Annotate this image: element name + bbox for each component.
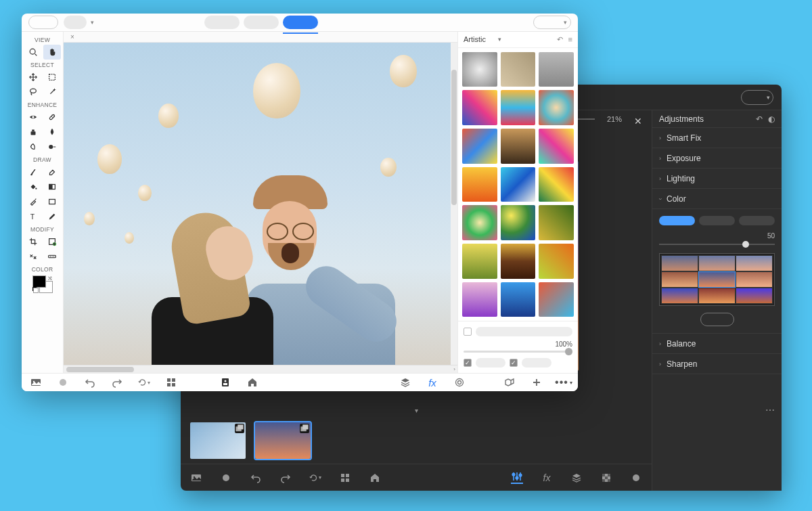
- organizer-icon[interactable]: [165, 376, 177, 388]
- layers-icon[interactable]: [399, 376, 411, 388]
- adj-tab[interactable]: [659, 216, 695, 225]
- text-tool[interactable]: T: [24, 209, 42, 224]
- eyedropper-tool[interactable]: [24, 194, 42, 209]
- clone-tool[interactable]: [24, 125, 42, 139]
- header-pill[interactable]: [64, 16, 87, 29]
- rotate-icon[interactable]: ▾: [138, 376, 150, 388]
- preset-cell[interactable]: [698, 288, 736, 304]
- effect-thumb[interactable]: [462, 129, 497, 164]
- photo-bin-icon[interactable]: [190, 472, 202, 484]
- gradient-tool[interactable]: [43, 179, 61, 194]
- vertical-scrollbar[interactable]: [451, 43, 457, 365]
- redo-icon[interactable]: [111, 376, 123, 388]
- pencil-tool[interactable]: [43, 209, 61, 224]
- transparency-icon[interactable]: [600, 472, 612, 484]
- record-icon[interactable]: [220, 472, 232, 484]
- adjustments-icon[interactable]: [511, 472, 523, 484]
- effect-thumb[interactable]: [462, 167, 497, 202]
- content-aware-tool[interactable]: [24, 249, 42, 264]
- effect-thumb[interactable]: [539, 90, 574, 125]
- eraser-tool[interactable]: [43, 164, 61, 179]
- hand-tool[interactable]: [43, 45, 61, 60]
- mode-tab-active[interactable]: [283, 16, 318, 29]
- opacity-slider[interactable]: [464, 351, 572, 353]
- preset-cell[interactable]: [736, 271, 773, 288]
- preset-cell[interactable]: [736, 255, 773, 271]
- effect-thumb[interactable]: [501, 167, 536, 202]
- fx-icon[interactable]: fx: [541, 472, 553, 484]
- organizer-icon[interactable]: [339, 472, 351, 484]
- effect-thumb[interactable]: [539, 52, 574, 87]
- dodge-tool[interactable]: [43, 139, 61, 154]
- effect-thumb[interactable]: [501, 129, 536, 164]
- share-icon[interactable]: [503, 376, 516, 388]
- more-icon[interactable]: •••▾: [558, 376, 570, 388]
- magic-wand-tool[interactable]: [43, 85, 61, 99]
- blur-tool[interactable]: [43, 125, 61, 139]
- straighten-tool[interactable]: [43, 249, 61, 264]
- effect-thumb[interactable]: [462, 244, 497, 279]
- preset-cell[interactable]: [698, 271, 736, 288]
- move-tool[interactable]: [24, 70, 42, 85]
- recompose-tool[interactable]: +: [43, 234, 61, 249]
- checkbox[interactable]: [464, 359, 472, 367]
- reset-icon[interactable]: ↶: [557, 35, 563, 44]
- preset-cell[interactable]: [698, 255, 736, 271]
- checkbox[interactable]: [510, 359, 518, 367]
- effect-thumb[interactable]: [462, 205, 497, 240]
- dark-header-dropdown[interactable]: ▾: [741, 90, 773, 105]
- adj-row-color[interactable]: ›Color: [652, 189, 782, 209]
- effect-thumb[interactable]: [501, 282, 536, 317]
- filmstrip-thumb[interactable]: [190, 422, 246, 459]
- color-swatch[interactable]: ⤭: [32, 275, 53, 293]
- adj-row-balance[interactable]: ›Balance: [652, 334, 782, 354]
- adj-row-exposure[interactable]: ›Exposure: [652, 148, 782, 169]
- effect-thumb[interactable]: [539, 129, 574, 164]
- home-icon[interactable]: [246, 376, 258, 388]
- effects-category[interactable]: Artistic: [464, 35, 486, 43]
- undo-icon[interactable]: [84, 376, 96, 388]
- effect-thumb[interactable]: [462, 282, 497, 317]
- marquee-tool[interactable]: [43, 70, 61, 85]
- photo-bin-icon[interactable]: [30, 376, 42, 388]
- catalog-icon[interactable]: [219, 376, 231, 388]
- reset-button[interactable]: [700, 313, 734, 326]
- eye-tool[interactable]: [24, 110, 42, 125]
- preset-cell[interactable]: [661, 271, 698, 288]
- header-dropdown[interactable]: [28, 16, 58, 29]
- canvas[interactable]: [64, 43, 457, 365]
- preset-cell[interactable]: [736, 288, 773, 304]
- more-icon[interactable]: ⋯: [765, 405, 775, 416]
- effect-thumb[interactable]: [462, 52, 497, 87]
- crop-tool[interactable]: [24, 234, 42, 249]
- sponge-tool[interactable]: [24, 139, 42, 154]
- layers-icon[interactable]: [570, 472, 583, 484]
- adj-tab[interactable]: [739, 216, 775, 225]
- spot-heal-tool[interactable]: [43, 110, 61, 125]
- adj-row-smartfix[interactable]: ›Smart Fix: [652, 128, 782, 148]
- close-tab-icon[interactable]: ×: [66, 33, 78, 41]
- reset-icon[interactable]: ↶: [756, 114, 763, 124]
- checkbox[interactable]: [464, 328, 472, 336]
- redo-icon[interactable]: [279, 472, 292, 484]
- mode-tab[interactable]: [204, 16, 240, 29]
- header-right-dropdown[interactable]: ▾: [533, 16, 571, 29]
- effect-thumb[interactable]: [539, 244, 574, 279]
- styles-icon[interactable]: [453, 376, 466, 388]
- effect-thumb[interactable]: [539, 205, 574, 240]
- filmstrip-thumb[interactable]: [255, 422, 311, 459]
- fill-tool[interactable]: [24, 179, 42, 194]
- rotate-icon[interactable]: ▾: [309, 472, 321, 484]
- undo-icon[interactable]: [250, 472, 262, 484]
- preset-cell[interactable]: [661, 255, 698, 271]
- shape-tool[interactable]: [43, 194, 61, 209]
- filmstrip-toggle[interactable]: ▾ ⋯: [181, 403, 652, 418]
- circle-icon[interactable]: [630, 472, 642, 484]
- effect-thumb[interactable]: [501, 90, 536, 125]
- adj-row-lighting[interactable]: ›Lighting: [652, 169, 782, 189]
- adj-tab[interactable]: [699, 216, 735, 225]
- preset-cell[interactable]: [661, 288, 698, 304]
- lasso-tool[interactable]: [24, 85, 42, 99]
- fx-icon[interactable]: fx: [426, 376, 438, 388]
- record-icon[interactable]: [57, 376, 69, 388]
